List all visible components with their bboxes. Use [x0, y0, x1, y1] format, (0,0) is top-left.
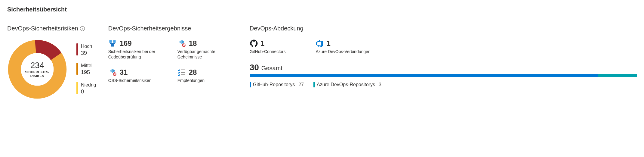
info-icon[interactable]: i — [80, 26, 85, 31]
secrets-icon — [177, 39, 186, 48]
legend-value-medium: 195 — [81, 69, 92, 76]
svg-rect-9 — [181, 72, 185, 73]
coverage-panel: DevOps-Abdeckung 1 GitHub-Connectors 1 — [250, 25, 637, 87]
legend-item-low[interactable]: Niedrig 0 — [76, 82, 96, 95]
coverage-azdo-value: 1 — [327, 39, 331, 48]
coverage-github[interactable]: 1 GitHub-Connectors — [250, 39, 286, 54]
coverage-github-label: GitHub-Connectors — [250, 49, 286, 54]
finding-oss-value: 31 — [120, 68, 128, 77]
finding-recs-label: Empfehlungen — [177, 78, 238, 83]
risk-panel-heading: DevOps-Sicherheitsrisiken i — [7, 25, 96, 32]
coverage-legend-azdo[interactable]: Azure DevOps-Repositorys 3 — [313, 82, 381, 87]
findings-heading: DevOps-Sicherheitsergebnisse — [108, 25, 238, 32]
finding-code-label: Sicherheitsrisiken bei der Codeüberprüfu… — [108, 49, 171, 60]
legend-swatch-low — [76, 82, 78, 94]
coverage-legend-azdo-label: Azure DevOps-Repositorys — [317, 82, 375, 87]
coverage-total-label: Gesamt — [261, 65, 282, 72]
risk-donut-chart: 234 SICHERHEITS- RISIKEN — [7, 39, 67, 99]
page-title: Sicherheitsübersicht — [7, 6, 637, 13]
finding-code-vulns[interactable]: 169 Sicherheitsrisiken bei der Codeüberp… — [108, 39, 171, 60]
coverage-legend-github-value: 27 — [298, 82, 304, 87]
finding-recs-value: 28 — [189, 68, 197, 77]
finding-secrets[interactable]: 18 Verfügbar gemachte Geheimnisse — [177, 39, 238, 60]
svg-rect-8 — [181, 70, 185, 70]
coverage-legend: GitHub-Repositorys 27 Azure DevOps-Repos… — [250, 82, 637, 87]
legend-value-low: 0 — [81, 88, 96, 95]
svg-rect-10 — [181, 74, 185, 75]
finding-recs[interactable]: 28 Empfehlungen — [177, 68, 238, 83]
legend-label-high: Hoch — [81, 43, 92, 50]
oss-icon — [108, 68, 117, 77]
legend-item-medium[interactable]: Mittel 195 — [76, 63, 96, 76]
findings-panel: DevOps-Sicherheitsergebnisse 169 Sicherh… — [108, 25, 238, 83]
finding-oss-label: OSS-Sicherheitsrisiken — [108, 78, 171, 83]
coverage-github-value: 1 — [260, 39, 264, 48]
risk-panel: DevOps-Sicherheitsrisiken i 234 SICHERHE… — [7, 25, 96, 99]
swatch-github — [250, 82, 251, 87]
legend-label-low: Niedrig — [81, 82, 96, 88]
code-scan-icon — [108, 39, 117, 48]
risk-total-label-1: SICHERHEITS- — [25, 70, 49, 74]
risk-total-label-2: RISIKEN — [30, 74, 45, 78]
risk-heading-text: DevOps-Sicherheitsrisiken — [7, 25, 78, 32]
finding-code-value: 169 — [120, 39, 132, 48]
azure-devops-icon — [316, 39, 324, 48]
finding-oss[interactable]: 31 OSS-Sicherheitsrisiken — [108, 68, 171, 83]
finding-secrets-value: 18 — [189, 39, 197, 48]
swatch-azdo — [313, 82, 315, 87]
coverage-azdo[interactable]: 1 Azure DevOps-Verbindungen — [316, 39, 371, 54]
checklist-icon — [177, 68, 186, 77]
legend-swatch-medium — [76, 63, 78, 75]
risk-total-value: 234 — [30, 61, 45, 70]
risk-legend: Hoch 39 Mittel 195 Niedrig 0 — [76, 43, 96, 96]
donut-center: 234 SICHERHEITS- RISIKEN — [7, 39, 67, 99]
coverage-bar — [250, 74, 637, 77]
legend-swatch-high — [76, 43, 78, 55]
coverage-total: 30 Gesamt — [250, 63, 637, 72]
legend-item-high[interactable]: Hoch 39 — [76, 43, 96, 57]
svg-rect-3 — [109, 40, 112, 43]
coverage-legend-github[interactable]: GitHub-Repositorys 27 — [250, 82, 304, 87]
github-icon — [250, 39, 258, 48]
legend-label-medium: Mittel — [81, 63, 92, 69]
coverage-bar-github — [250, 74, 598, 77]
panels-row: DevOps-Sicherheitsrisiken i 234 SICHERHE… — [7, 25, 637, 99]
coverage-total-value: 30 — [250, 63, 259, 72]
coverage-azdo-label: Azure DevOps-Verbindungen — [316, 49, 371, 54]
coverage-legend-azdo-value: 3 — [379, 82, 381, 87]
coverage-bar-azdo — [598, 74, 637, 77]
finding-secrets-label: Verfügbar gemachte Geheimnisse — [177, 49, 238, 60]
coverage-heading: DevOps-Abdeckung — [250, 25, 637, 32]
svg-rect-4 — [113, 40, 116, 43]
coverage-legend-github-label: GitHub-Repositorys — [253, 82, 295, 87]
svg-rect-5 — [111, 44, 114, 46]
legend-value-high: 39 — [81, 50, 92, 57]
